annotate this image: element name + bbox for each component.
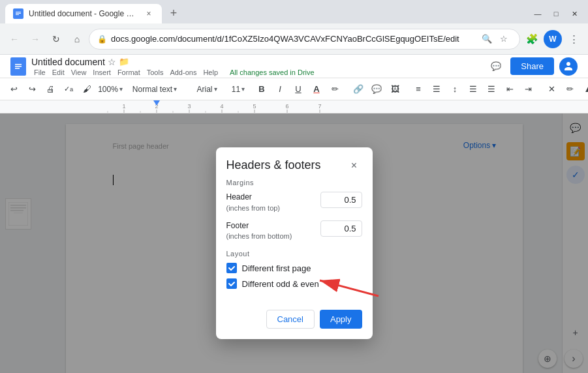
- different-odd-even-checkbox[interactable]: [226, 278, 237, 289]
- tab-title: Untitled document - Google Doc...: [29, 9, 138, 18]
- svg-rect-7: [15, 68, 20, 69]
- dialog-close-button[interactable]: ×: [347, 158, 362, 173]
- tab-close-button[interactable]: ×: [144, 8, 154, 19]
- textcolor-button[interactable]: A: [308, 81, 325, 98]
- url-actions: 🔍 ☆: [479, 31, 512, 47]
- svg-text:4: 4: [220, 103, 223, 110]
- doc-menu: File Edit View Insert Format Tools Add-o…: [31, 68, 317, 76]
- search-icon[interactable]: 🔍: [479, 31, 495, 47]
- different-first-page-label: Different first page: [242, 263, 311, 273]
- align-center-button[interactable]: ☰: [428, 81, 445, 98]
- spellcheck-button[interactable]: ✓a: [60, 81, 77, 98]
- menu-file[interactable]: File: [31, 68, 48, 76]
- zoom-dropdown[interactable]: 100% ▾: [102, 81, 119, 98]
- home-button[interactable]: ⌂: [68, 30, 86, 48]
- bookmark-icon[interactable]: ☆: [496, 31, 512, 47]
- browser-frame: Untitled document - Google Doc... × + — …: [0, 0, 588, 373]
- url-bar[interactable]: 🔒 docs.google.com/document/d/1fCoXZ5Izo4…: [89, 29, 520, 50]
- layout-section-label: Layout: [226, 250, 362, 258]
- lock-icon: 🔒: [97, 35, 107, 44]
- size-dropdown[interactable]: 11 ▾: [230, 81, 247, 98]
- menu-insert[interactable]: Insert: [90, 68, 114, 76]
- header-value-input[interactable]: [320, 192, 362, 208]
- footer-field-row: Footer(inches from bottom): [226, 220, 362, 243]
- back-button[interactable]: ←: [5, 30, 23, 48]
- paint-mode-button[interactable]: ✏: [561, 81, 578, 98]
- svg-rect-1: [16, 12, 21, 12]
- indent-more-button[interactable]: ⇥: [519, 81, 536, 98]
- print-button[interactable]: 🖨: [42, 81, 59, 98]
- share-button[interactable]: Share: [510, 57, 554, 75]
- comment-button[interactable]: 💬: [368, 81, 385, 98]
- header-field-label: Header(inches from top): [226, 192, 315, 214]
- style-dropdown[interactable]: Normal text ▾: [125, 81, 184, 98]
- menu-view[interactable]: View: [69, 68, 89, 76]
- close-button[interactable]: ✕: [566, 8, 583, 20]
- star-icon[interactable]: ☆: [108, 57, 116, 67]
- bullet-list-button[interactable]: ☰: [465, 81, 482, 98]
- redo-button[interactable]: ↪: [23, 81, 40, 98]
- wavebox-icon[interactable]: W: [544, 30, 562, 48]
- menu-format[interactable]: Format: [115, 68, 143, 76]
- bold-button[interactable]: B: [253, 81, 270, 98]
- app-bar-right: 💬 Share: [487, 57, 578, 76]
- doc-title[interactable]: Untitled document: [31, 57, 105, 67]
- svg-rect-2: [16, 13, 21, 14]
- footer-value-input[interactable]: [320, 220, 362, 237]
- underline-button[interactable]: U: [290, 81, 307, 98]
- toolbar: ↩ ↪ 🖨 ✓a 🖌 100% ▾ Normal text ▾ Arial ▾ …: [0, 78, 588, 100]
- dialog-title: Headers & footers: [226, 158, 321, 172]
- menu-addons[interactable]: Add-ons: [167, 68, 199, 76]
- svg-text:3: 3: [187, 103, 191, 110]
- chat-icon-button[interactable]: 💬: [487, 57, 505, 76]
- maximize-button[interactable]: □: [548, 8, 565, 20]
- indent-less-button[interactable]: ⇤: [501, 81, 518, 98]
- numbered-list-button[interactable]: ☰: [483, 81, 500, 98]
- url-text: docs.google.com/document/d/1fCoXZ5Izo4QW…: [111, 34, 475, 44]
- different-first-page-checkbox[interactable]: [226, 263, 237, 273]
- margins-section-label: Margins: [226, 179, 362, 186]
- dialog-header: Headers & footers ×: [216, 147, 373, 179]
- browser-menu-icon[interactable]: ⋮: [565, 30, 583, 48]
- doc-title-area: Untitled document ☆ 📁 File Edit View Ins…: [31, 57, 317, 76]
- active-tab[interactable]: Untitled document - Google Doc... ×: [5, 4, 162, 23]
- image-button[interactable]: 🖼: [386, 81, 403, 98]
- align-left-button[interactable]: ≡: [410, 81, 427, 98]
- folder-icon[interactable]: 📁: [119, 57, 129, 67]
- forward-button[interactable]: →: [26, 30, 44, 48]
- refresh-button[interactable]: ↻: [47, 30, 65, 48]
- toolbar-expand-button[interactable]: ▲: [580, 81, 588, 98]
- ruler-content: 1 2 3 4 5 6 7: [0, 100, 588, 113]
- tab-favicon: [13, 8, 23, 19]
- undo-button[interactable]: ↩: [5, 81, 22, 98]
- clear-format-button[interactable]: ✕: [543, 81, 560, 98]
- content-area: First page header Options ▾ 💬 📝 ✓ + ⊕ ›: [0, 113, 588, 373]
- paintformat-button[interactable]: 🖌: [78, 81, 95, 98]
- line-spacing-button[interactable]: ↕: [446, 81, 463, 98]
- browser-actions: 🧩 W ⋮: [523, 30, 583, 48]
- svg-text:1: 1: [122, 103, 125, 110]
- menu-help[interactable]: Help: [200, 68, 221, 76]
- svg-rect-3: [16, 14, 19, 15]
- apply-button[interactable]: Apply: [320, 310, 362, 329]
- menu-tools[interactable]: Tools: [144, 68, 166, 76]
- layout-section: Layout Different first page: [226, 250, 362, 289]
- cancel-button[interactable]: Cancel: [266, 310, 315, 329]
- style-arrow: ▾: [174, 85, 177, 93]
- menu-changes: All changes saved in Drive: [227, 68, 317, 76]
- tab-bar: Untitled document - Google Doc... × + — …: [0, 0, 588, 23]
- new-tab-button[interactable]: +: [164, 4, 183, 22]
- minimize-button[interactable]: —: [529, 8, 546, 20]
- menu-edit[interactable]: Edit: [50, 68, 67, 76]
- font-dropdown[interactable]: Arial ▾: [191, 81, 223, 98]
- user-avatar[interactable]: [559, 57, 578, 76]
- link-button[interactable]: 🔗: [350, 81, 367, 98]
- footer-field-label: Footer(inches from bottom): [226, 220, 315, 243]
- highlight-button[interactable]: ✏: [326, 81, 343, 98]
- ruler-svg: 1 2 3 4 5 6 7: [91, 100, 483, 113]
- different-odd-even-row: Different odd & even: [226, 278, 362, 289]
- svg-text:5: 5: [253, 103, 256, 110]
- app-bar: Untitled document ☆ 📁 File Edit View Ins…: [0, 55, 588, 78]
- italic-button[interactable]: I: [271, 81, 288, 98]
- extensions-icon[interactable]: 🧩: [523, 30, 541, 48]
